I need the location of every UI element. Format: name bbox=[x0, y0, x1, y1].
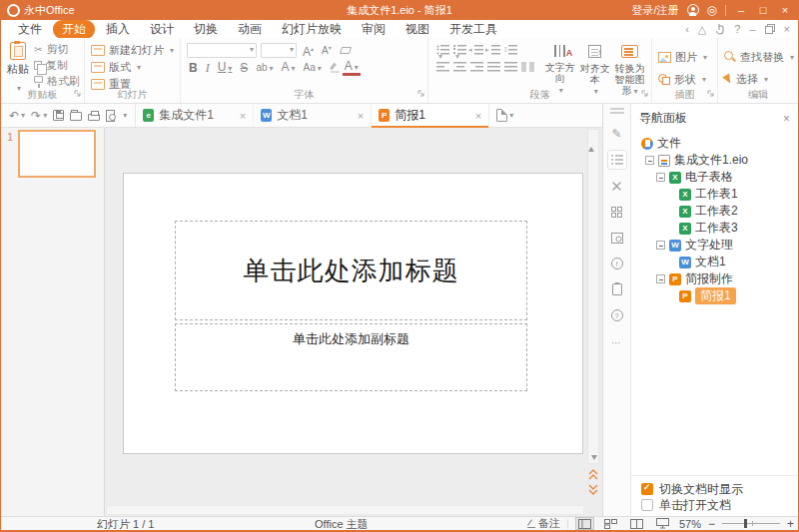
cut-button[interactable]: 剪切 bbox=[34, 41, 80, 57]
checked-checkbox-icon[interactable] bbox=[641, 483, 653, 495]
font-name-combobox[interactable] bbox=[187, 43, 257, 58]
bullets-icon[interactable] bbox=[436, 45, 449, 55]
align-text-button[interactable]: 对齐文本 bbox=[577, 41, 612, 90]
collapse-expander-icon[interactable] bbox=[656, 173, 665, 182]
tree-item-spreadsheets[interactable]: 电子表格 bbox=[639, 169, 798, 186]
panel-help-icon[interactable]: ? bbox=[607, 305, 627, 325]
align-left-icon[interactable] bbox=[436, 62, 449, 72]
touch-mode-icon[interactable] bbox=[715, 23, 725, 35]
new-document-button[interactable] bbox=[489, 104, 520, 127]
change-case-button[interactable]: Aa bbox=[302, 61, 324, 76]
print-preview-icon[interactable] bbox=[106, 110, 115, 122]
slideshow-view-button[interactable] bbox=[653, 517, 672, 530]
close-button[interactable]: × bbox=[778, 4, 792, 16]
tree-item-document1[interactable]: 文档1 bbox=[639, 254, 798, 270]
tree-item-word-processing[interactable]: 文字处理 bbox=[639, 237, 798, 254]
vertical-scrollbar[interactable] bbox=[587, 129, 599, 464]
redo-icon[interactable]: ↷ bbox=[31, 110, 47, 122]
tools-icon[interactable] bbox=[607, 176, 627, 196]
new-slide-button[interactable]: 新建幻灯片 bbox=[91, 43, 176, 58]
next-slide-button[interactable] bbox=[588, 484, 598, 495]
tree-item-eio-file[interactable]: 集成文件1.eio bbox=[639, 152, 798, 169]
clipboard-dialog-launcher[interactable] bbox=[74, 83, 81, 101]
menu-tab-insert[interactable]: 插入 bbox=[97, 20, 139, 39]
clipboard-panel-icon[interactable] bbox=[607, 279, 627, 299]
collapse-expander-icon[interactable] bbox=[656, 274, 665, 283]
menu-tab-view[interactable]: 视图 bbox=[397, 20, 438, 39]
menu-tab-file[interactable]: 文件 bbox=[9, 20, 51, 39]
undo-icon[interactable]: ↶ bbox=[9, 110, 25, 122]
open-file-icon[interactable] bbox=[70, 112, 82, 121]
minimize-button[interactable]: – bbox=[734, 4, 748, 16]
help-icon[interactable]: ? bbox=[734, 23, 740, 35]
increase-indent-icon[interactable] bbox=[487, 45, 500, 55]
justify-icon[interactable] bbox=[487, 62, 500, 72]
tree-item-sheet3[interactable]: 工作表3 bbox=[639, 220, 798, 237]
save-icon[interactable] bbox=[53, 110, 64, 121]
illustrations-dialog-launcher[interactable] bbox=[707, 83, 714, 101]
bold-button[interactable]: B bbox=[187, 61, 200, 75]
notes-toggle[interactable]: 备注 bbox=[527, 516, 560, 531]
panel-close-icon[interactable]: × bbox=[783, 112, 790, 126]
shapes-button[interactable]: 形状 bbox=[658, 68, 713, 90]
login-register-link[interactable]: 登录/注册 bbox=[631, 3, 678, 18]
strikethrough-button[interactable]: S bbox=[238, 61, 250, 75]
grow-font-button[interactable]: A bbox=[301, 42, 316, 59]
text-direction-button[interactable]: 文字方向 bbox=[542, 41, 577, 90]
decrease-indent-icon[interactable] bbox=[470, 45, 483, 55]
align-right-icon[interactable] bbox=[470, 62, 483, 72]
window-close-icon[interactable]: × bbox=[784, 23, 790, 35]
tree-item-sheet2[interactable]: 工作表2 bbox=[639, 203, 798, 220]
columns-icon[interactable] bbox=[521, 62, 534, 72]
zoom-out-button[interactable]: − bbox=[708, 518, 715, 530]
title-placeholder[interactable]: 单击此处添加标题 bbox=[175, 221, 527, 320]
paragraph-dialog-launcher[interactable] bbox=[641, 83, 648, 101]
clear-formatting-icon[interactable] bbox=[340, 47, 352, 54]
scroll-down-icon[interactable] bbox=[591, 455, 597, 460]
subtitle-placeholder[interactable]: 单击此处添加副标题 bbox=[175, 323, 527, 391]
image-search-icon[interactable] bbox=[607, 228, 627, 248]
window-minimize-icon[interactable]: – bbox=[749, 23, 755, 35]
previous-slide-button[interactable] bbox=[588, 469, 598, 480]
copy-button[interactable]: 复制 bbox=[34, 57, 80, 73]
unchecked-checkbox-icon[interactable] bbox=[641, 499, 653, 511]
select-button[interactable]: 选择 bbox=[724, 68, 794, 90]
tab-close-icon[interactable]: × bbox=[475, 110, 481, 122]
navigation-list-icon[interactable] bbox=[607, 150, 627, 170]
collapse-expander-icon[interactable] bbox=[645, 156, 654, 165]
collapse-ribbon-icon[interactable]: ‹ bbox=[685, 23, 689, 35]
tab-close-icon[interactable]: × bbox=[358, 110, 364, 122]
menu-tab-design[interactable]: 设计 bbox=[141, 20, 183, 39]
tab-close-icon[interactable]: × bbox=[240, 110, 246, 122]
shrink-font-button[interactable]: A bbox=[320, 41, 334, 58]
open-on-click-checkbox[interactable]: 单击打开文档 bbox=[641, 497, 788, 513]
tree-item-presentation-group[interactable]: 简报制作 bbox=[639, 270, 798, 287]
subscript-superscript-button[interactable]: ab bbox=[254, 61, 275, 76]
paste-button[interactable]: 粘贴 bbox=[7, 41, 29, 90]
font-dialog-launcher[interactable] bbox=[417, 83, 424, 101]
print-icon[interactable] bbox=[88, 114, 100, 121]
show-on-switch-checkbox[interactable]: 切换文档时显示 bbox=[641, 481, 788, 497]
italic-button[interactable]: I bbox=[204, 61, 212, 75]
window-restore-icon[interactable] bbox=[765, 24, 775, 34]
user-avatar-icon[interactable] bbox=[687, 4, 699, 16]
menu-tab-animation[interactable]: 动画 bbox=[229, 20, 271, 39]
horizontal-scrollbar[interactable] bbox=[106, 505, 584, 515]
info-icon[interactable]: ! bbox=[607, 254, 627, 273]
more-icon[interactable]: ⋯ bbox=[611, 337, 622, 348]
doc-tab-integrated-file[interactable]: 集成文件1 × bbox=[136, 104, 254, 127]
highlight-color-icon[interactable] bbox=[329, 63, 338, 73]
apps-grid-icon[interactable] bbox=[607, 202, 627, 222]
font-color-button[interactable]: A bbox=[343, 61, 361, 76]
customize-toolbar-icon[interactable] bbox=[121, 112, 127, 120]
settings-icon[interactable] bbox=[707, 3, 717, 17]
menu-tab-devtools[interactable]: 开发工具 bbox=[440, 20, 506, 39]
menu-tab-transition[interactable]: 切换 bbox=[185, 20, 227, 39]
menu-tab-home[interactable]: 开始 bbox=[53, 20, 95, 39]
underline-button[interactable]: U bbox=[216, 60, 235, 76]
doc-tab-document1[interactable]: 文档1 × bbox=[254, 104, 372, 127]
edit-pencil-icon[interactable]: ✎ bbox=[607, 124, 627, 144]
distribute-icon[interactable] bbox=[504, 62, 517, 72]
slide-sorter-view-button[interactable] bbox=[601, 517, 620, 530]
numbering-icon[interactable] bbox=[453, 45, 466, 55]
